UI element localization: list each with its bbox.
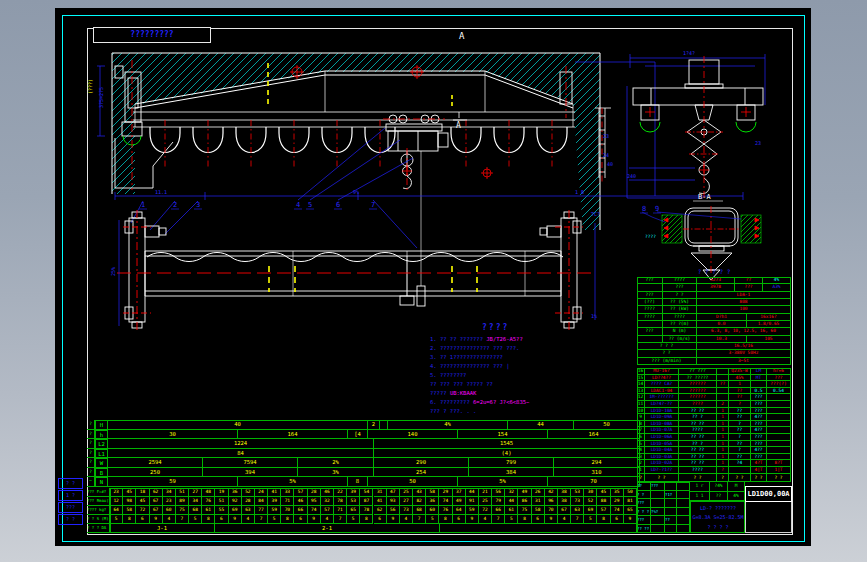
tech-table-title: ? ? ? ? ?: [637, 268, 791, 277]
section-mark-a-top: A: [459, 31, 465, 41]
note-line: 2. ??????????????? ??? ???.: [430, 344, 615, 353]
model-line: LD-? ???????: [692, 504, 744, 513]
param-left-glyph: ?: [87, 468, 95, 478]
dim-right4: 240: [627, 173, 636, 179]
mid-cell: ?4%: [710, 482, 728, 492]
revision-box: 1 ?: [58, 490, 83, 501]
param-left-glyph: ?: [87, 439, 95, 449]
mid-cell: M: [728, 482, 745, 492]
load-table-border: [110, 488, 637, 533]
spec-line: G=8.3A S=25-82.5M: [692, 513, 744, 522]
note-line: ????? UB:KBAAK: [430, 389, 615, 398]
note-line: 6. ????????? 6=2u=6? J?<6<835~: [430, 398, 615, 407]
load-row-label: ? ? S (M): [87, 515, 110, 524]
note-line: 5. ????????: [430, 371, 615, 380]
balloon-8: 8: [642, 205, 646, 213]
festoon-loops: [150, 127, 567, 153]
load-bottom-label: ? ? ? DA: [87, 524, 110, 533]
note-line: 1. ?? ?? ??????? JB/T26-A5??: [430, 335, 615, 344]
technical-notes: ???? 1. ?? ?? ??????? JB/T26-A5??2. ????…: [430, 323, 615, 416]
load-row-label: ??? F=#?: [87, 488, 110, 497]
section-cyan-note: ????: [645, 234, 656, 239]
dim-left1: 11.1: [155, 189, 167, 195]
param-left-glyph: ?: [87, 430, 95, 440]
revision-box: ? ?: [58, 514, 83, 525]
param-left-glyph: ?: [87, 420, 95, 430]
mid-cell: ??: [710, 492, 728, 502]
wall-hatch-top: [112, 53, 600, 105]
dim-right1: 23: [603, 133, 609, 139]
dim-end-side: 23: [755, 140, 761, 146]
load-row-label: ???? kg?: [87, 506, 110, 515]
balloon-2: 2: [173, 201, 177, 209]
hoist-trolley: [386, 115, 448, 306]
revision-box: ???: [58, 502, 83, 513]
sig-grid-border: [637, 482, 690, 533]
cad-drawing-canvas[interactable]: ?????????: [55, 8, 811, 546]
title-block-empty-box: [745, 502, 792, 533]
mid-cell: 4%: [728, 492, 745, 502]
festoon-wire-plan: [147, 253, 563, 262]
balloon-6: 6: [336, 201, 340, 209]
param-left-glyph: ?: [87, 458, 95, 468]
param-left-glyph: ~: [87, 477, 95, 487]
mid-cell: 1 r: [690, 482, 710, 492]
plan-view: [117, 210, 595, 330]
dim-span: 9%: [353, 189, 359, 195]
dim-yellow-vert: (???): [87, 79, 93, 94]
note-line: ??? ? ???. . .: [430, 407, 615, 416]
param-left-glyph: ?: [87, 449, 95, 459]
balloon-1: 1: [141, 201, 145, 209]
dim-end-top: 1?4?: [683, 50, 695, 56]
load-row-label: ??? Rmax(kN): [87, 497, 110, 506]
dim-right3: 40: [607, 161, 613, 167]
dim-left-vert: 3?5=2?5: [98, 87, 104, 108]
name-line: ? ? ? ?: [692, 523, 744, 532]
section-title-ba: B-A: [698, 193, 711, 201]
balloon-3: 3: [196, 201, 200, 209]
mid-cell: 1 1: [690, 492, 710, 502]
dim-right5: 1 B: [575, 189, 584, 195]
balloon-4: 4: [296, 201, 300, 209]
end-view: [627, 54, 765, 200]
balloon-7: 7: [371, 201, 375, 209]
tech-table-border: [637, 277, 791, 365]
dim-plan-right: 1%: [591, 313, 597, 319]
notes-title: ????: [482, 323, 615, 332]
note-line: ?? ??? ??? ????? ??: [430, 380, 615, 389]
ladder-tag: TC?: [591, 211, 600, 217]
note-line: 4. ??????????????? ??? |: [430, 362, 615, 371]
balloon-5: 5: [308, 201, 312, 209]
bom-table-border: [637, 368, 791, 482]
drawing-number: LD1D00,00A: [745, 486, 792, 502]
cad-viewer-background: { "frame": { "title_box_text": "????????…: [0, 0, 867, 562]
dim-right2: 24: [603, 152, 609, 158]
note-line: 3. ?? 1???????????????: [430, 353, 615, 362]
revision-box: ? ?: [58, 478, 83, 489]
dim-plan-left: 25%: [110, 267, 116, 276]
param-table-border: [95, 420, 640, 487]
section-mark-a-mid: A: [456, 121, 461, 130]
balloon-9: 9: [655, 205, 659, 213]
